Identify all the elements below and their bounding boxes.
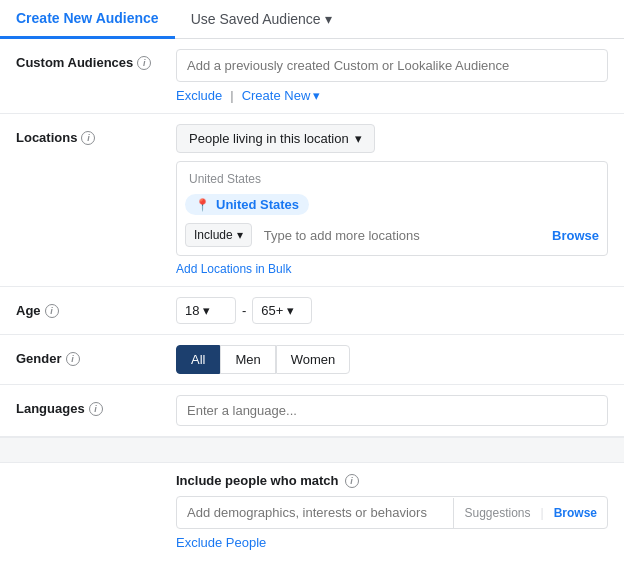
custom-audiences-input[interactable]: [176, 49, 608, 82]
locations-row: Locations i People living in this locati…: [0, 114, 624, 287]
languages-info-icon[interactable]: i: [89, 402, 103, 416]
gender-control: All Men Women: [176, 345, 608, 374]
demographics-input-box: Suggestions | Browse: [176, 496, 608, 529]
age-min-dropdown[interactable]: 18 ▾: [176, 297, 236, 324]
custom-audiences-row: Custom Audiences i Exclude | Create New …: [0, 39, 624, 114]
location-country: United States: [185, 170, 599, 188]
audience-actions: Exclude | Create New ▾: [176, 88, 608, 103]
age-control: 18 ▾ - 65+ ▾: [176, 297, 608, 324]
gender-label: Gender i: [16, 345, 176, 366]
custom-audiences-info-icon[interactable]: i: [137, 56, 151, 70]
gender-group: All Men Women: [176, 345, 608, 374]
gender-row: Gender i All Men Women: [0, 335, 624, 385]
languages-control: [176, 395, 608, 426]
add-bulk-link[interactable]: Add Locations in Bulk: [176, 262, 291, 276]
exclude-button[interactable]: Exclude: [176, 88, 222, 103]
languages-input[interactable]: [176, 395, 608, 426]
expand-targeting-row: Expand your detailed targeting to reach …: [0, 560, 624, 566]
location-search-input[interactable]: [260, 226, 544, 245]
tab-use-saved[interactable]: Use Saved Audience ▾: [175, 0, 348, 38]
tab-create-new[interactable]: Create New Audience: [0, 0, 175, 39]
detailed-targeting-control: Include people who match i Suggestions |…: [176, 473, 608, 550]
detailed-targeting-info-icon[interactable]: i: [345, 474, 359, 488]
suggestions-button[interactable]: Suggestions: [454, 506, 540, 520]
locations-control: People living in this location ▾ United …: [176, 124, 608, 276]
custom-audiences-control: Exclude | Create New ▾: [176, 49, 608, 103]
pin-icon: 📍: [195, 198, 210, 212]
locations-info-icon[interactable]: i: [81, 131, 95, 145]
include-dropdown[interactable]: Include ▾: [185, 223, 252, 247]
gender-all-button[interactable]: All: [176, 345, 220, 374]
exclude-people-link[interactable]: Exclude People: [176, 535, 266, 550]
gender-info-icon[interactable]: i: [66, 352, 80, 366]
detailed-targeting-header: Include people who match i: [176, 473, 608, 488]
languages-row: Languages i: [0, 385, 624, 437]
locations-browse-button[interactable]: Browse: [552, 228, 599, 243]
languages-label: Languages i: [16, 395, 176, 416]
age-label: Age i: [16, 297, 176, 318]
locations-label: Locations i: [16, 124, 176, 145]
tabs-bar: Create New Audience Use Saved Audience ▾: [0, 0, 624, 39]
custom-audiences-label: Custom Audiences i: [16, 49, 176, 70]
location-type-dropdown[interactable]: People living in this location ▾: [176, 124, 375, 153]
gender-men-button[interactable]: Men: [220, 345, 275, 374]
location-box: United States 📍 United States Include ▾ …: [176, 161, 608, 256]
demographics-input[interactable]: [177, 497, 453, 528]
create-new-dropdown[interactable]: Create New ▾: [242, 88, 321, 103]
include-row: Include ▾ Browse: [185, 223, 599, 247]
demographics-browse-button[interactable]: Browse: [544, 506, 607, 520]
age-row: Age i 18 ▾ - 65+ ▾: [0, 287, 624, 335]
age-info-icon[interactable]: i: [45, 304, 59, 318]
age-max-dropdown[interactable]: 65+ ▾: [252, 297, 312, 324]
detailed-targeting-row: Include people who match i Suggestions |…: [0, 463, 624, 560]
gender-women-button[interactable]: Women: [276, 345, 351, 374]
location-tag: 📍 United States: [185, 194, 309, 215]
section-gap: [0, 437, 624, 463]
